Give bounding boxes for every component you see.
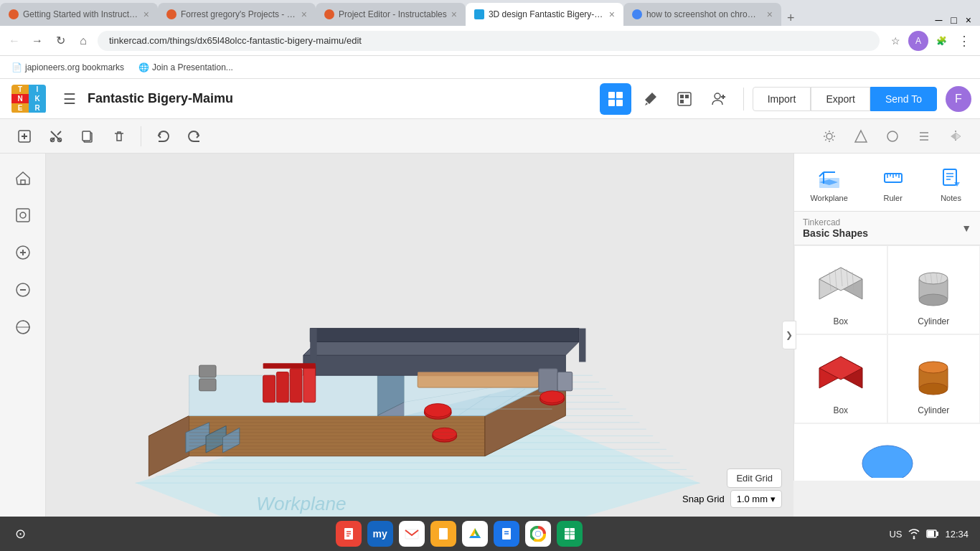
shape-cylinder-orange[interactable]: Cylinder [887, 334, 981, 423]
taskbar-app-gmail[interactable] [399, 521, 425, 547]
tab-5-close[interactable]: × [767, 9, 773, 20]
copy-button[interactable] [75, 123, 100, 149]
taskbar-battery-icon [926, 529, 939, 539]
taskbar-app-sheets[interactable] [557, 521, 583, 547]
taskbar-app-my[interactable]: my [367, 521, 393, 547]
bookmark-1[interactable]: 📄 japioneers.org bookmarks [6, 61, 130, 74]
address-bar[interactable] [98, 31, 880, 51]
tab-2-close[interactable]: × [301, 9, 307, 20]
svg-rect-158 [439, 528, 448, 540]
snap-grid-area: Snap Grid 1.0 mm ▾ [682, 490, 782, 508]
new-tab-button[interactable]: + [781, 11, 801, 26]
taskbar-chrome-icon[interactable]: ⊙ [11, 525, 29, 542]
shape-partial-blue[interactable] [794, 423, 980, 481]
right-panel-collapse-button[interactable]: ❯ [782, 321, 796, 349]
shape-cylinder-gray[interactable]: Cylinder [887, 245, 981, 334]
notes-tool-button[interactable]: Notes [933, 162, 970, 205]
shape-box-red[interactable]: Box [794, 334, 887, 423]
nav-bar: ← → ↻ ⌂ ☆ A 🧩 ⋮ [0, 26, 980, 56]
home-button[interactable]: ⌂ [75, 32, 92, 50]
svg-marker-83 [579, 329, 585, 362]
bookmark-2[interactable]: 🌐 Join a Presentation... [133, 61, 239, 74]
tab-4-close[interactable]: × [609, 9, 615, 20]
left-panel [0, 154, 46, 517]
taskbar-app-gdrive[interactable] [462, 521, 488, 547]
right-panel-container: ❯ [793, 154, 980, 517]
profile-icon[interactable]: A [908, 31, 928, 51]
snap-grid-dropdown[interactable]: 1.0 mm ▾ [730, 490, 782, 508]
project-title: Fantastic Bigery-Maimu [82, 91, 600, 106]
hamburger-menu-icon[interactable]: ☰ [57, 90, 82, 108]
align-button[interactable] [911, 123, 937, 149]
delete-button[interactable] [106, 123, 132, 149]
light-toggle-button[interactable] [816, 123, 842, 149]
undo-button[interactable] [150, 123, 176, 149]
taskbar-app-gdocs-blue[interactable] [494, 521, 519, 547]
tab-1-close[interactable]: × [143, 9, 149, 20]
simulate-button[interactable] [669, 83, 700, 115]
redo-button[interactable] [182, 123, 207, 149]
taskbar-right: US 12:34 [889, 527, 969, 540]
svg-marker-19 [855, 131, 867, 142]
user-avatar[interactable]: F [946, 86, 971, 112]
ruler-tool-button[interactable]: Ruler [875, 162, 912, 205]
mirror-button[interactable] [943, 123, 969, 149]
home-view-button[interactable] [10, 165, 36, 191]
svg-marker-82 [310, 329, 316, 362]
workplane-tool-label: Workplane [810, 194, 847, 202]
send-to-button[interactable]: Send To [870, 87, 937, 111]
svg-rect-5 [680, 95, 684, 98]
shape-toggle-button[interactable] [848, 123, 874, 149]
taskbar-locale: US [889, 529, 902, 540]
menu-icon[interactable]: ⋮ [954, 31, 974, 51]
shapes-dropdown-arrow-icon[interactable]: ▼ [961, 222, 971, 234]
tab-2[interactable]: Forrest gregory's Projects - Instr... × [158, 3, 316, 26]
tab-3[interactable]: Project Editor - Instructables × [316, 3, 466, 26]
new-shape-button[interactable] [11, 123, 37, 149]
zoom-out-button[interactable] [10, 277, 36, 303]
workplane-tool-button[interactable]: Workplane [804, 162, 853, 205]
fit-to-view-button[interactable] [10, 202, 36, 228]
svg-marker-26 [956, 133, 961, 140]
bookmark-star-icon[interactable]: ☆ [885, 31, 905, 51]
right-panel-tools: Workplane [794, 154, 980, 212]
tab-1[interactable]: Getting Started with Instructabl... × [0, 3, 158, 26]
zoom-in-button[interactable] [10, 240, 36, 265]
tab-4[interactable]: 3D design Fantastic Bigery-Mai... × [466, 3, 623, 26]
taskbar-app-chrome[interactable] [525, 521, 551, 547]
tab-2-favicon [166, 9, 176, 19]
reload-button[interactable]: ↻ [52, 32, 69, 50]
build-button[interactable] [634, 83, 666, 115]
header-right: Import Export Send To F [600, 83, 980, 115]
viewport[interactable]: TOP FRONT [46, 154, 793, 517]
shapes-category-selector[interactable]: Tinkercad Basic Shapes ▼ [794, 212, 980, 245]
svg-marker-80 [303, 342, 579, 355]
tab-1-title: Getting Started with Instructabl... [23, 9, 139, 19]
orthographic-button[interactable] [10, 314, 36, 340]
grid-view-button[interactable] [600, 83, 631, 115]
close-button[interactable]: × [963, 14, 974, 26]
svg-point-172 [913, 537, 915, 540]
import-button[interactable]: Import [753, 87, 811, 111]
cut-button[interactable] [43, 123, 69, 149]
tinkercad-logo[interactable]: T I N K E R [0, 85, 57, 113]
back-button[interactable]: ← [6, 32, 23, 50]
forward-button[interactable]: → [29, 32, 46, 50]
svg-rect-85 [276, 372, 288, 402]
svg-rect-88 [263, 363, 316, 368]
edit-grid-button[interactable]: Edit Grid [727, 468, 782, 488]
taskbar-app-docs-red[interactable] [336, 521, 362, 547]
taskbar-app-gdocs-yellow[interactable] [430, 521, 456, 547]
shape2-toggle-button[interactable] [880, 123, 905, 149]
minimize-button[interactable]: ─ [932, 14, 945, 26]
tab-4-title: 3D design Fantastic Bigery-Mai... [489, 9, 605, 19]
maximize-button[interactable]: □ [948, 14, 959, 26]
extensions-icon[interactable]: 🧩 [931, 31, 951, 51]
shape-box-gray[interactable]: Box [794, 245, 887, 334]
tab-3-close[interactable]: × [451, 9, 457, 20]
add-user-button[interactable] [703, 83, 735, 115]
logo-tin2: I [29, 85, 46, 94]
tab-5[interactable]: how to screenshot on chromeb... × [623, 3, 781, 26]
svg-rect-87 [303, 365, 316, 402]
export-button[interactable]: Export [811, 87, 870, 111]
